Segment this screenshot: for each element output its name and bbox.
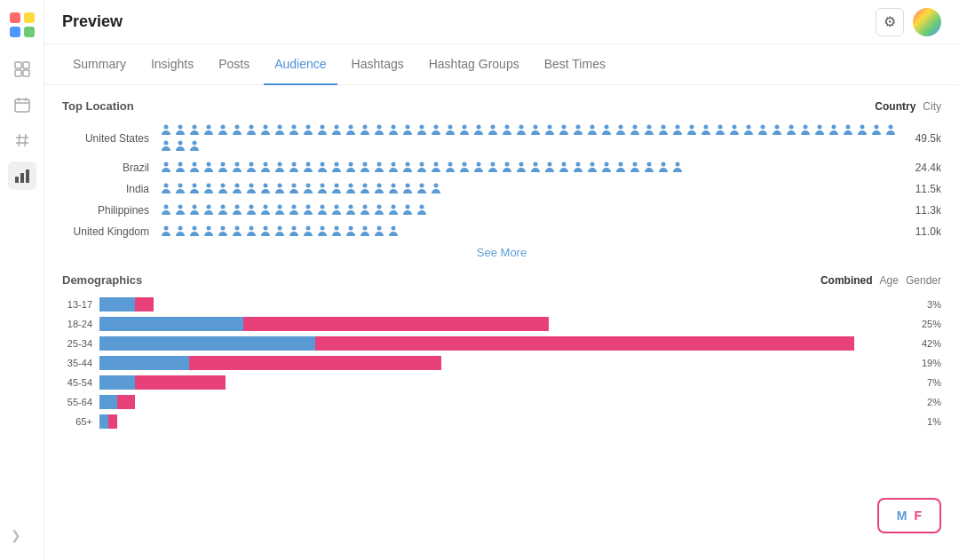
nav-tabs: Summary Insights Posts Audience Hashtags… [44,44,959,85]
gender-control[interactable]: Gender [906,274,941,287]
svg-point-65 [818,125,822,130]
person-icon [799,123,812,138]
person-icon [430,182,442,196]
svg-point-80 [250,162,254,167]
svg-point-119 [278,184,282,188]
person-icon [202,203,215,217]
svg-point-58 [718,125,723,130]
tab-summary[interactable]: Summary [62,44,137,85]
person-icon [259,182,272,196]
person-icon [202,161,215,175]
svg-point-48 [576,125,581,130]
svg-point-60 [747,125,751,130]
sidebar-expand-icon[interactable]: ❯ [11,528,21,542]
person-icon [373,123,385,138]
person-icon [217,225,229,239]
sidebar-icon-grid[interactable] [8,55,36,83]
svg-point-20 [178,125,183,130]
svg-point-63 [789,125,794,130]
location-row: Philippines11.3k [62,203,941,217]
person-icon [273,182,286,196]
person-icon [288,123,300,138]
bar-age-label: 55-64 [62,397,99,407]
svg-rect-7 [23,70,29,76]
person-icon [231,225,243,239]
combined-control[interactable]: Combined [820,274,873,287]
svg-point-125 [363,184,368,188]
location-icons [160,123,908,154]
svg-point-131 [164,205,169,209]
svg-point-66 [832,125,836,130]
location-count: 11.0k [915,225,941,238]
person-icon [302,161,314,175]
tab-insights[interactable]: Insights [140,44,204,85]
svg-point-29 [306,125,311,130]
sidebar-icon-barchart[interactable] [8,162,36,190]
person-icon [572,161,584,175]
person-icon [373,161,385,175]
svg-point-74 [164,162,169,167]
person-icon [202,123,215,138]
person-icon [501,123,513,138]
svg-point-61 [761,125,765,130]
tab-posts[interactable]: Posts [208,44,260,85]
person-icon [302,123,314,138]
person-icon [345,203,357,217]
svg-point-70 [889,125,893,130]
person-icon [373,225,385,239]
tab-best-times[interactable]: Best Times [534,44,616,85]
svg-point-108 [647,162,652,167]
age-control[interactable]: Age [880,274,899,287]
svg-point-105 [605,162,609,167]
svg-point-118 [264,184,268,188]
bar-male [99,317,243,331]
person-icon [430,123,442,138]
person-icon [316,225,329,239]
tab-hashtags[interactable]: Hashtags [341,44,415,85]
svg-line-12 [19,134,20,146]
svg-rect-3 [24,27,35,37]
country-control[interactable]: Country [875,100,915,113]
person-icon [302,203,314,217]
person-icon [160,161,172,175]
person-icon [387,161,400,175]
top-location-header: Top Location Country City [62,99,941,113]
city-control[interactable]: City [923,100,941,113]
see-more-button[interactable]: See More [62,246,941,259]
svg-point-121 [306,184,311,188]
location-row: United States49.5k [62,123,941,154]
svg-point-111 [164,184,169,188]
svg-rect-18 [26,170,29,183]
person-icon [359,182,371,196]
person-icon [359,225,371,239]
person-icon [401,182,414,196]
person-icon [160,123,172,138]
person-icon [174,139,186,154]
tab-audience[interactable]: Audience [264,44,337,85]
bar-male [99,395,117,409]
settings-button[interactable]: ⚙ [876,8,904,36]
svg-point-76 [193,162,197,167]
svg-point-153 [207,226,211,231]
person-icon [259,123,272,138]
tab-hashtag-groups[interactable]: Hashtag Groups [418,44,530,85]
person-icon [586,123,598,138]
svg-point-64 [804,125,808,130]
person-icon [671,123,684,138]
person-icon [359,123,371,138]
person-icon [487,161,499,175]
location-count: 11.3k [915,204,941,217]
person-icon [401,203,414,217]
svg-point-130 [434,184,439,188]
sidebar-icon-hashtag[interactable] [8,126,36,154]
location-icons [160,203,908,217]
person-icon [416,203,428,217]
location-name: Brazil [62,162,160,174]
svg-point-143 [335,205,339,209]
svg-point-34 [377,125,382,130]
user-avatar[interactable] [913,8,941,36]
bar-row: 18-2425% [62,317,941,331]
person-icon [458,123,471,138]
sidebar-icon-calendar[interactable] [8,91,36,119]
person-icon [558,123,570,138]
